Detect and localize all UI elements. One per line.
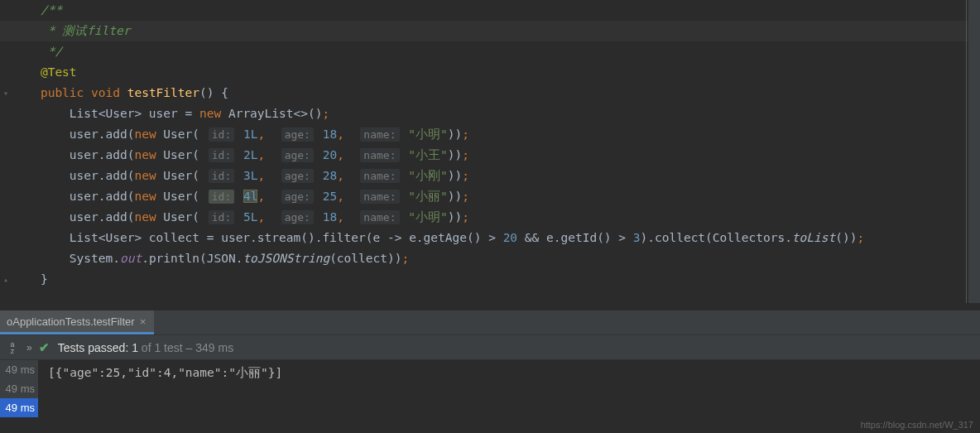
console-output[interactable]: [{"age":25,"id":4,"name":"小丽"}] bbox=[38, 360, 980, 417]
val-id: 1L bbox=[243, 127, 257, 141]
add-prefix: user.add( bbox=[70, 148, 135, 161]
tab-label: oApplicationTests.testFilter bbox=[7, 315, 135, 328]
time-gutter: 49 ms 49 ms 49 ms bbox=[0, 360, 38, 417]
brace-close: } bbox=[41, 272, 48, 286]
test-results-bar: az » ✔ Tests passed: 1 of 1 test – 349 m… bbox=[0, 335, 980, 360]
comment-close: */ bbox=[41, 45, 62, 58]
println-after: (collect)) bbox=[329, 252, 401, 265]
time-row-selected[interactable]: 49 ms bbox=[0, 398, 38, 417]
println-mid: .println(JSON. bbox=[142, 252, 243, 265]
semicolon: ; bbox=[462, 127, 469, 141]
semicolon: ; bbox=[462, 148, 469, 161]
tests-passed-count: Tests passed: 1 bbox=[58, 341, 138, 354]
stream-v1: 20 bbox=[503, 231, 517, 244]
hint-id: id: bbox=[209, 190, 234, 204]
add-prefix: user.add( bbox=[70, 210, 135, 224]
hint-id: id: bbox=[209, 127, 234, 142]
fold-arrow-icon[interactable]: ▴ bbox=[3, 269, 8, 290]
println-tojson: toJSONString bbox=[243, 252, 329, 265]
code-line-add-3: user.add(new User( id: 3L, age: 28, name… bbox=[0, 166, 980, 186]
hint-age: age: bbox=[281, 210, 314, 224]
val-id: 5L bbox=[243, 210, 257, 224]
list-decl: List<User> user = bbox=[70, 107, 199, 120]
hint-age: age: bbox=[281, 127, 314, 142]
println-out: out bbox=[120, 252, 142, 265]
hint-id: id: bbox=[209, 169, 234, 183]
val-id: 2L bbox=[243, 148, 257, 161]
code-line-add-1: user.add(new User( id: 1L, age: 18, name… bbox=[0, 124, 980, 145]
val-age: 28 bbox=[323, 169, 337, 182]
hint-age: age: bbox=[281, 190, 314, 204]
time-row[interactable]: 49 ms bbox=[0, 379, 38, 398]
add-suffix: )) bbox=[448, 148, 462, 161]
comment-body: * 测试filter bbox=[41, 24, 131, 37]
stream-v2: 3 bbox=[633, 231, 641, 244]
hint-name: name: bbox=[360, 148, 399, 162]
semicolon: ; bbox=[857, 231, 864, 244]
stream-after: ).collect(Collectors. bbox=[641, 231, 792, 244]
kw-new: new bbox=[199, 107, 221, 120]
user-ctor: User( bbox=[156, 210, 199, 224]
code-line-add-2: user.add(new User( id: 2L, age: 20, name… bbox=[0, 145, 980, 166]
semicolon: ; bbox=[462, 169, 469, 182]
sort-icon[interactable]: az bbox=[7, 340, 18, 355]
code-editor[interactable]: /** * 测试filter */ @Test ▾ public void te… bbox=[0, 0, 980, 310]
code-line-add-5: user.add(new User( id: 5L, age: 18, name… bbox=[0, 207, 980, 228]
val-name: "小丽" bbox=[408, 190, 447, 203]
user-ctor: User( bbox=[156, 190, 199, 203]
chevrons-icon[interactable]: » bbox=[26, 342, 31, 354]
val-name: "小明" bbox=[408, 127, 447, 141]
code-line-add-4: user.add(new User( id: 4l, age: 25, name… bbox=[0, 186, 980, 207]
method-paren: () { bbox=[199, 86, 228, 99]
hint-name: name: bbox=[360, 190, 399, 204]
kw-public: public bbox=[41, 86, 84, 99]
hint-name: name: bbox=[360, 169, 399, 183]
arraylist-ctor: ArrayList<>() bbox=[221, 107, 322, 120]
val-name: "小王" bbox=[408, 148, 447, 161]
add-suffix: )) bbox=[448, 190, 462, 203]
run-tab-bar: oApplicationTests.testFilter × bbox=[0, 310, 980, 335]
semicolon: ; bbox=[462, 190, 469, 203]
println-pre: System. bbox=[70, 252, 120, 265]
time-row[interactable]: 49 ms bbox=[0, 360, 38, 379]
comment-open: /** bbox=[41, 3, 62, 17]
check-icon: ✔ bbox=[39, 340, 50, 355]
console-area: 49 ms 49 ms 49 ms [{"age":25,"id":4,"nam… bbox=[0, 360, 980, 417]
kw-void: void bbox=[91, 86, 120, 99]
console-line: [{"age":25,"id":4,"name":"小丽"}] bbox=[48, 366, 282, 379]
add-suffix: )) bbox=[448, 210, 462, 224]
hint-age: age: bbox=[281, 169, 314, 183]
user-ctor: User( bbox=[156, 127, 199, 141]
hint-age: age: bbox=[281, 148, 314, 162]
tab-test-filter[interactable]: oApplicationTests.testFilter × bbox=[0, 310, 154, 334]
kw-new: new bbox=[134, 169, 156, 182]
kw-new: new bbox=[134, 210, 156, 224]
hint-name: name: bbox=[360, 127, 399, 142]
code-line-stream: List<User> collect = user.stream().filte… bbox=[0, 228, 980, 248]
user-ctor: User( bbox=[156, 148, 199, 161]
editor-scrollbar[interactable] bbox=[968, 0, 980, 303]
val-age: 20 bbox=[323, 148, 337, 161]
code-line-println: System.out.println(JSON.toJSONString(col… bbox=[0, 248, 980, 269]
add-suffix: )) bbox=[448, 127, 462, 141]
stream-end: ()) bbox=[835, 231, 857, 244]
hint-id: id: bbox=[209, 210, 234, 224]
fold-arrow-icon[interactable]: ▾ bbox=[3, 83, 8, 103]
stream-pre: List<User> collect = user.stream().filte… bbox=[70, 231, 503, 244]
method-name: testFilter bbox=[127, 86, 199, 99]
val-id: 4l bbox=[243, 190, 257, 203]
val-age: 18 bbox=[323, 127, 337, 141]
stream-tolist: toList bbox=[792, 231, 835, 244]
add-prefix: user.add( bbox=[70, 190, 135, 203]
annotation-test: @Test bbox=[41, 65, 77, 79]
val-age: 25 bbox=[323, 190, 337, 203]
user-ctor: User( bbox=[156, 169, 199, 182]
watermark: https://blog.csdn.net/W_317 bbox=[861, 420, 973, 430]
stream-mid: && e.getId() > bbox=[517, 231, 633, 244]
semicolon: ; bbox=[401, 252, 409, 265]
kw-new: new bbox=[134, 148, 156, 161]
close-icon[interactable]: × bbox=[140, 315, 147, 328]
val-id: 3L bbox=[243, 169, 257, 182]
tests-passed-dim: of 1 test – 349 ms bbox=[138, 341, 233, 354]
kw-new: new bbox=[134, 190, 156, 203]
